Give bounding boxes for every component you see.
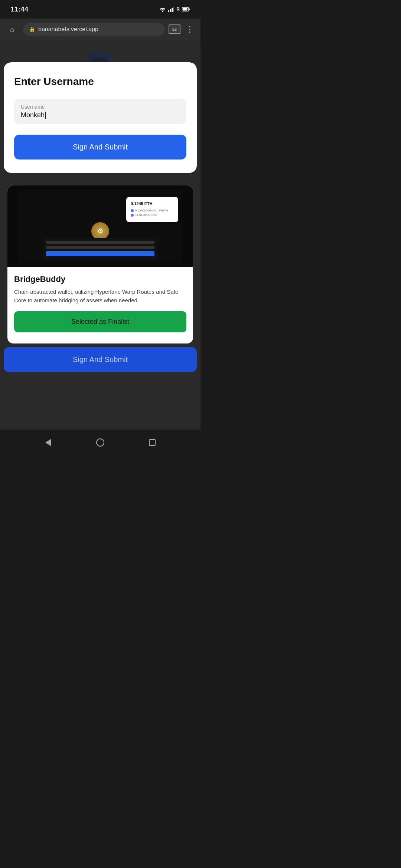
wifi-icon [159,7,166,12]
browser-url-bar[interactable]: 🔒 bananabets.vercel.app [23,23,165,36]
svg-rect-5 [183,8,188,11]
home-icon: ⌂ [10,25,14,34]
back-icon [45,439,51,446]
home-circle-icon [96,438,104,447]
browser-more-button[interactable]: ⋮ [184,24,195,34]
token-dot-2 [131,214,134,217]
url-text: bananabets.vercel.app [38,26,98,33]
bottom-sign-submit-button[interactable]: Sign And Submit [4,347,197,372]
modal-overlay: Enter Username Username Monkeh Sign And … [0,40,200,430]
token-dot-1 [131,209,134,212]
wallet-token-2: 11.01004 USDC [131,213,174,217]
svg-rect-0 [168,10,169,12]
bottom-area: Sign And Submit [0,343,200,376]
card-description: Chain abstracted wallet, utilizing Hyper… [14,288,186,305]
wallet-token-1: 0.05000000000... WETH [131,209,174,212]
android-nav-bar [0,430,200,456]
browser-tabs-button[interactable]: 22 [169,24,180,34]
card-image: ⚙ A Base Exclusive DEX 0.1245 ET [7,185,193,267]
nav-recents-button[interactable] [143,433,162,452]
network-label: R [176,7,180,12]
modal-sign-submit-button[interactable]: Sign And Submit [14,135,186,160]
signal-icon [168,7,174,12]
nav-home-button[interactable] [91,433,110,452]
recents-square-icon [149,439,156,446]
lock-icon: 🔒 [29,26,35,32]
status-time: 11:44 [10,6,29,13]
username-input-label: Username [21,104,180,110]
username-input-display: Monkeh [21,111,180,119]
username-input-group[interactable]: Username Monkeh [14,99,186,124]
dex-screenshot: ⚙ A Base Exclusive DEX 0.1245 ET [19,190,182,263]
modal-title: Enter Username [14,76,186,88]
username-modal: Enter Username Username Monkeh Sign And … [4,62,197,173]
project-card: ⚙ A Base Exclusive DEX 0.1245 ET [7,185,193,343]
status-bar: 11:44 R [0,0,200,19]
wallet-amount: 0.1245 ETH [131,201,174,206]
card-title: BridgeBuddy [14,274,186,284]
finalist-badge: Selected as Finalist [14,311,186,332]
nav-back-button[interactable] [39,433,58,452]
status-icons: R [159,7,190,12]
svg-rect-3 [173,7,175,12]
svg-rect-1 [170,9,171,12]
browser-home-button[interactable]: ⌂ [5,22,19,36]
wallet-popup: 0.1245 ETH 0.05000000000... WETH 11.0100… [126,197,178,222]
card-body: BridgeBuddy Chain abstracted wallet, uti… [7,267,193,343]
dex-logo-circle: ⚙ [91,222,109,240]
page-background: Enter Username Username Monkeh Sign And … [0,40,200,430]
svg-rect-2 [172,8,173,12]
svg-rect-6 [189,9,190,10]
project-card-area: ⚙ A Base Exclusive DEX 0.1245 ET [4,182,197,343]
browser-chrome: ⌂ 🔒 bananabets.vercel.app 22 ⋮ [0,19,200,40]
battery-icon [182,7,190,11]
text-cursor [45,112,46,119]
